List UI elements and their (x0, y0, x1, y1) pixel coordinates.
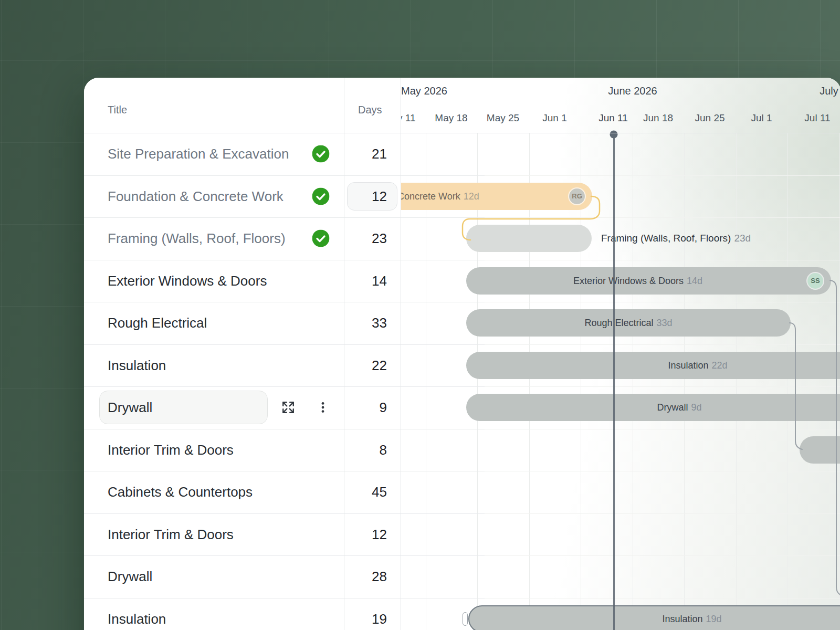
task-title: Cabinets & Countertops (108, 484, 253, 500)
task-title: Exterior Windows & Doors (108, 272, 267, 289)
timeline-tick-label: Jul 11 (804, 112, 830, 124)
timeline-tick-label-today: Jun 11 (598, 112, 628, 124)
task-completed-check-icon[interactable] (312, 145, 330, 163)
column-header-title: Title (108, 104, 127, 116)
task-title: Framing (Walls, Roof, Floors) (108, 230, 286, 247)
timeline-month-label: May 2026 (401, 85, 447, 97)
gantt-bar-label: Exterior Windows & Doors14d (573, 275, 702, 286)
kebab-menu-icon[interactable] (316, 401, 330, 414)
timeline-tick-label: May 25 (487, 112, 519, 124)
task-completed-check-icon[interactable] (312, 230, 330, 247)
gantt-bar-label: Rough Electrical33d (584, 318, 672, 329)
gantt-bar-drywall[interactable] (466, 394, 840, 421)
timeline-tick-label: May 11 (401, 112, 415, 124)
timeline-tick-label: Jul 1 (751, 112, 772, 124)
task-title: Site Preparation & Excavation (108, 146, 289, 162)
timeline-tick-label: Jun 1 (542, 112, 566, 124)
bar-resize-handle[interactable] (463, 612, 468, 626)
timeline-month-label: June 2026 (608, 85, 657, 97)
expand-task-icon[interactable] (281, 401, 295, 414)
task-title: Drywall (108, 400, 152, 416)
task-title: Interior Trim & Doors (108, 442, 234, 458)
task-title: Drywall (108, 569, 152, 585)
task-title: Rough Electrical (108, 315, 207, 331)
gantt-bar-framing-walls-roof-floors-[interactable] (466, 225, 592, 252)
gantt-bar-interior-trim-doors[interactable] (800, 436, 840, 464)
task-title: Foundation & Concrete Work (108, 188, 284, 204)
gantt-bar-label: Drywall9d (657, 402, 701, 413)
task-title: Insulation (108, 611, 166, 627)
gantt-bar-label: Foundation & Concrete Work12d (401, 191, 479, 202)
today-line (613, 134, 615, 630)
today-dot (610, 131, 618, 139)
assignee-avatar-ss: SS (807, 273, 823, 289)
gantt-bar-label: Insulation19d (662, 613, 721, 624)
assignee-avatar-rg: RG (569, 188, 585, 204)
gantt-bar-insulation[interactable] (468, 605, 840, 630)
gantt-chart-area: May 2026June 2026July 2026May 11May 18Ma… (401, 78, 840, 630)
column-divider-title-days (344, 78, 344, 630)
column-header-days: Days (358, 104, 382, 116)
timeline-tick-label: May 18 (435, 112, 467, 124)
header-divider (84, 133, 840, 133)
gantt-bar-insulation[interactable] (466, 352, 840, 379)
gantt-bar-label: Framing (Walls, Roof, Floors)23d (601, 233, 751, 244)
timeline-tick-label: Jun 18 (643, 112, 673, 124)
gantt-card: May 2026June 2026July 2026May 11May 18Ma… (84, 78, 840, 630)
task-title: Interior Trim & Doors (108, 526, 234, 542)
column-divider-days-chart (401, 78, 401, 630)
gantt-bar-label: Insulation22d (668, 360, 727, 371)
task-title: Insulation (108, 357, 166, 373)
timeline-tick-label: Jun 25 (695, 112, 724, 124)
timeline-month-label: July 2026 (820, 85, 840, 97)
task-list-panel: Title Days Site Preparation & Excavation… (84, 78, 401, 630)
task-completed-check-icon[interactable] (312, 187, 330, 205)
